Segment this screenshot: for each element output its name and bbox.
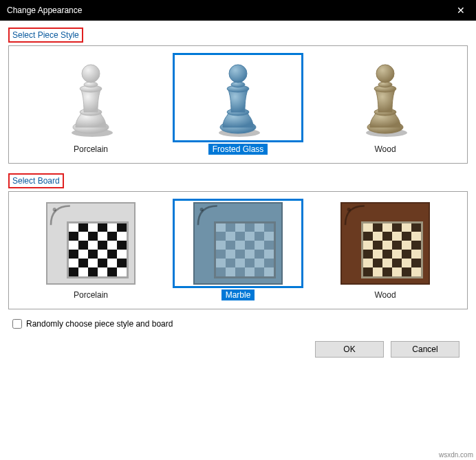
piece-option-label: Wood	[370, 144, 400, 155]
window-title: Change Appearance	[7, 6, 445, 15]
board-option-label: Wood	[370, 289, 400, 300]
piece-option[interactable]: Porcelain	[25, 53, 156, 155]
random-label[interactable]: Randomly choose piece style and board	[26, 319, 173, 329]
board-thumb	[320, 199, 451, 288]
board-option[interactable]: Wood	[320, 199, 451, 300]
dialog-content: Select Piece Style Porcelain	[0, 21, 476, 364]
svg-point-20	[347, 208, 351, 211]
svg-point-18	[53, 208, 56, 211]
svg-point-11	[229, 65, 247, 83]
watermark: wsxdn.com	[439, 451, 473, 459]
piece-thumb	[25, 53, 156, 142]
random-choice-row: Randomly choose piece style and board	[12, 319, 468, 329]
board-icon	[46, 202, 136, 285]
svg-point-19	[200, 208, 204, 211]
board-thumb	[173, 199, 303, 288]
board-option[interactable]: Porcelain	[25, 199, 156, 300]
pawn-icon	[210, 58, 266, 138]
piece-style-group: Porcelain Frosted Glass	[8, 45, 468, 164]
board-option[interactable]: Marble	[173, 199, 303, 300]
svg-point-5	[82, 65, 100, 83]
pawn-icon	[63, 58, 118, 138]
dialog-buttons: OK Cancel	[8, 329, 468, 358]
piece-thumb	[320, 53, 451, 142]
board-option-label: Porcelain	[69, 289, 112, 300]
piece-option-label: Porcelain	[69, 144, 112, 155]
random-checkbox[interactable]	[12, 319, 22, 329]
piece-option[interactable]: Frosted Glass	[173, 53, 303, 155]
piece-thumb	[173, 53, 303, 142]
titlebar: Change Appearance ✕	[0, 0, 476, 21]
board-icon	[193, 202, 283, 285]
piece-option[interactable]: Wood	[320, 53, 451, 155]
board-option-label: Marble	[221, 289, 255, 300]
cancel-button[interactable]: Cancel	[391, 341, 459, 358]
board-heading: Select Board	[8, 173, 64, 188]
piece-style-heading: Select Piece Style	[8, 28, 83, 43]
svg-point-17	[376, 65, 394, 83]
pawn-icon	[358, 58, 413, 138]
board-thumb	[25, 199, 156, 288]
board-icon	[340, 202, 430, 285]
piece-option-label: Frosted Glass	[208, 144, 268, 155]
close-icon[interactable]: ✕	[445, 0, 476, 21]
ok-button[interactable]: OK	[315, 341, 384, 358]
board-group: Porcelain Marble Wood	[8, 191, 468, 309]
